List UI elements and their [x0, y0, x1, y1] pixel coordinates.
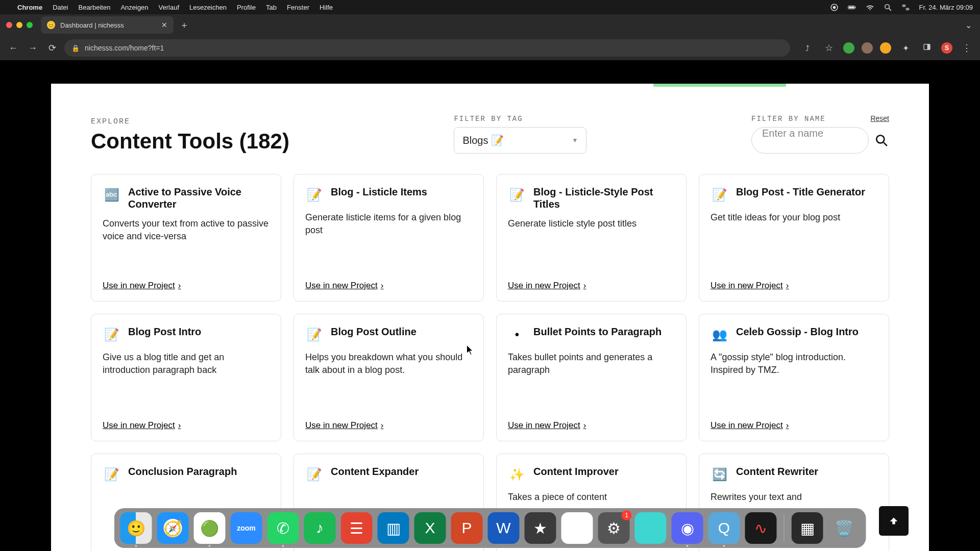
tool-title: Content Improver	[533, 465, 619, 478]
dock-mission-control-icon[interactable]: ▦	[792, 512, 823, 544]
dock-discord-icon[interactable]: ◉	[672, 512, 703, 544]
extension-icon[interactable]	[843, 42, 854, 54]
chevron-right-icon: ›	[178, 420, 181, 431]
browser-chrome: 😊 Dashboard | nichesss ✕ ＋ ⌄ ← → ⟳ 🔒 nic…	[0, 14, 980, 60]
menubar-item[interactable]: Profile	[237, 4, 256, 11]
extension-icon[interactable]	[880, 42, 891, 54]
dock-trash-icon[interactable]: 🗑️	[828, 512, 860, 544]
tool-icon: 📝	[103, 325, 121, 344]
extensions-puzzle-icon[interactable]: ✦	[898, 43, 913, 53]
tab-close-icon[interactable]: ✕	[161, 21, 167, 29]
tool-card[interactable]: •Bullet Points to ParagraphTakes bullet …	[496, 314, 687, 441]
tab-favicon: 😊	[47, 21, 55, 29]
reset-link[interactable]: Reset	[870, 114, 889, 122]
use-in-project-link[interactable]: Use in new Project›	[710, 281, 877, 291]
use-in-project-link[interactable]: Use in new Project›	[103, 281, 270, 291]
extension-icon[interactable]	[862, 42, 873, 54]
svg-line-14	[884, 142, 887, 146]
tool-card[interactable]: 📝Blog - Listicle ItemsGenerate listicle …	[293, 174, 484, 302]
search-input-wrapper[interactable]	[751, 127, 869, 154]
share-icon[interactable]: ⤴	[800, 44, 815, 53]
chrome-menu-icon[interactable]: ⋮	[960, 42, 974, 54]
nav-reload-button[interactable]: ⟳	[45, 42, 59, 54]
tool-title: Blog - Listicle Items	[331, 186, 427, 198]
menubar-app-name[interactable]: Chrome	[17, 4, 42, 11]
dock-finder-icon[interactable]: 🙂	[120, 512, 152, 544]
menubar-item[interactable]: Lesezeichen	[189, 4, 227, 11]
menubar-item[interactable]: Verlauf	[159, 4, 179, 11]
nav-back-button[interactable]: ←	[6, 43, 20, 54]
new-tab-button[interactable]: ＋	[180, 19, 189, 31]
section-eyebrow: EXPLORE	[91, 117, 289, 126]
tool-description: Generate listicle style post titles	[508, 217, 675, 273]
use-in-project-link[interactable]: Use in new Project›	[305, 420, 472, 431]
dock-chrome-icon[interactable]: 🟢	[194, 512, 226, 544]
dock-spotify-icon[interactable]: ♪	[304, 512, 336, 544]
svg-point-9	[903, 5, 904, 6]
tool-title: Blog Post Outline	[331, 325, 416, 338]
svg-rect-3	[848, 6, 854, 8]
menubar-item[interactable]: Hilfe	[320, 4, 333, 11]
tool-description: A "gossip style" blog introduction. Insp…	[710, 351, 877, 413]
nav-forward-button[interactable]: →	[26, 43, 40, 54]
dock-word-icon[interactable]: W	[488, 512, 520, 544]
tool-icon: 📝	[305, 465, 324, 484]
dock-voice-memos-icon[interactable]: ∿	[745, 512, 777, 544]
filter-tag-select[interactable]: Blogs 📝 ▼	[454, 127, 586, 154]
tool-description: Generate listicle items for a given blog…	[305, 211, 472, 273]
dock-imovie-icon[interactable]: ★	[525, 512, 556, 544]
tool-card[interactable]: 📝Blog Post IntroGive us a blog title and…	[91, 314, 281, 441]
search-icon[interactable]	[875, 134, 888, 147]
bookmark-star-icon[interactable]: ☆	[822, 42, 836, 54]
tool-icon: 📝	[305, 186, 324, 204]
tool-card[interactable]: 🔤Active to Passive Voice ConverterConver…	[91, 174, 281, 302]
menubar-item[interactable]: Datei	[53, 4, 68, 11]
tool-description: Converts your text from active to passiv…	[103, 217, 270, 273]
spotlight-icon[interactable]	[884, 3, 892, 12]
svg-rect-4	[855, 7, 855, 8]
use-in-project-link[interactable]: Use in new Project›	[508, 420, 675, 431]
tab-list-expand-icon[interactable]: ⌄	[965, 20, 972, 30]
menubar-item[interactable]: Fenster	[287, 4, 309, 11]
scroll-to-top-button[interactable]	[879, 506, 909, 536]
tool-card[interactable]: 📝Blog - Listicle-Style Post TitlesGenera…	[496, 174, 687, 302]
dock-quicktime-icon[interactable]: Q	[708, 512, 740, 544]
window-close-button[interactable]	[6, 22, 12, 28]
dock-todoist-icon[interactable]: ☰	[341, 512, 373, 544]
battery-icon[interactable]	[848, 3, 856, 12]
use-in-project-link[interactable]: Use in new Project›	[305, 281, 472, 291]
dock-app-icon[interactable]	[635, 512, 667, 544]
wifi-icon[interactable]	[866, 3, 874, 12]
control-center-icon[interactable]	[901, 3, 910, 12]
dock-powerpoint-icon[interactable]: P	[451, 512, 483, 544]
menubar-item[interactable]: Anzeigen	[120, 4, 148, 11]
address-bar[interactable]: 🔒 nichesss.com/home?ft=1	[64, 39, 790, 57]
search-input[interactable]	[762, 128, 858, 139]
dock-safari-icon[interactable]: 🧭	[157, 512, 189, 544]
macos-dock: 🙂 🧭 🟢 zoom ✆ ♪ ☰ ▥ X P W ★ △ ⚙1 ◉ Q ∿ ▦ …	[114, 508, 866, 548]
use-in-project-link[interactable]: Use in new Project›	[508, 281, 675, 291]
screen-record-icon[interactable]	[830, 3, 839, 12]
tool-title: Blog Post - Title Generator	[736, 186, 865, 198]
window-maximize-button[interactable]	[27, 22, 33, 28]
dock-settings-icon[interactable]: ⚙1	[598, 512, 630, 544]
dock-excel-icon[interactable]: X	[414, 512, 446, 544]
tool-card[interactable]: 👥Celeb Gossip - Blog IntroA "gossip styl…	[699, 314, 889, 441]
side-panel-icon[interactable]	[920, 43, 934, 54]
menubar-item[interactable]: Bearbeiten	[78, 4, 110, 11]
use-in-project-link[interactable]: Use in new Project›	[103, 420, 270, 431]
tool-card[interactable]: 📝Blog Post - Title GeneratorGet title id…	[699, 174, 889, 302]
tool-icon: 🔤	[103, 186, 121, 204]
profile-avatar[interactable]: S	[941, 42, 952, 54]
menubar-item[interactable]: Tab	[266, 4, 277, 11]
menubar-clock[interactable]: Fr. 24. März 09:09	[919, 4, 973, 11]
tool-card[interactable]: 📝Blog Post OutlineHelps you breakdown wh…	[293, 314, 484, 441]
browser-tab[interactable]: 😊 Dashboard | nichesss ✕	[41, 16, 174, 34]
window-minimize-button[interactable]	[16, 22, 22, 28]
dock-trello-icon[interactable]: ▥	[378, 512, 409, 544]
use-in-project-link[interactable]: Use in new Project›	[710, 420, 877, 431]
dock-drive-icon[interactable]: △	[561, 512, 593, 544]
dock-zoom-icon[interactable]: zoom	[231, 512, 262, 544]
svg-point-10	[906, 8, 908, 9]
dock-whatsapp-icon[interactable]: ✆	[267, 512, 299, 544]
